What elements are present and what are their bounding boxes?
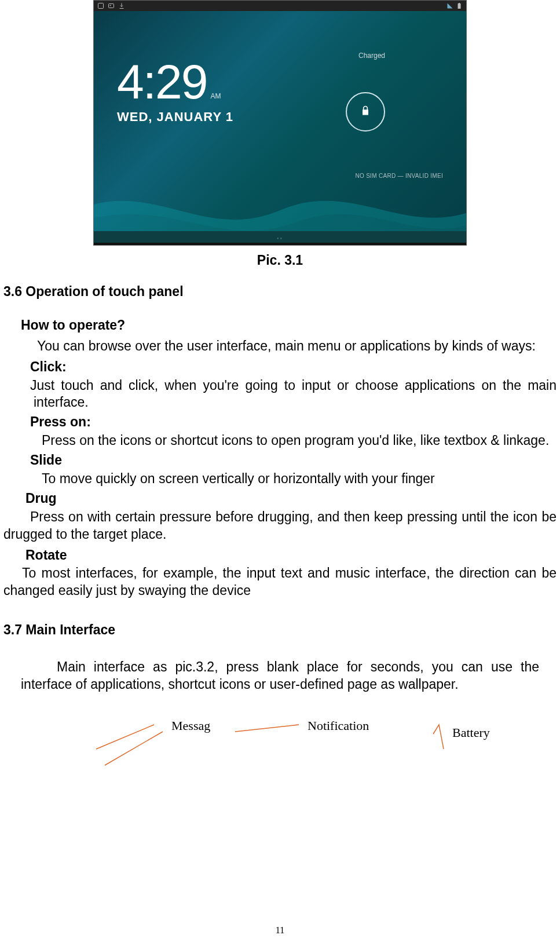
svg-rect-4 — [459, 3, 460, 3]
svg-line-7 — [235, 725, 299, 732]
click-body: Just touch and click, when you're going … — [30, 377, 557, 412]
section-3-7-body: Main interface as pic.3.2, press blank p… — [21, 659, 539, 693]
slide-heading: Slide — [30, 452, 557, 469]
image-icon — [108, 2, 115, 9]
tablet-statusbar — [94, 1, 466, 11]
svg-line-5 — [96, 725, 154, 749]
clock-time: 4:29 — [117, 57, 207, 106]
rotate-heading: Rotate — [25, 547, 557, 564]
callout-battery: Battery — [452, 725, 490, 742]
slide-body: To move quickly on screen vertically or … — [42, 470, 557, 488]
screenshot-icon — [97, 2, 104, 9]
callout-notification: Notification — [308, 718, 369, 735]
download-icon — [118, 2, 125, 9]
signal-icon — [446, 2, 453, 9]
sim-status-label: NO SIM CARD — INVALID IMEI — [355, 173, 443, 179]
tablet-lockscreen: 4:29 AM WED, JANUARY 1 Charged NO SIM CA… — [94, 11, 466, 231]
lock-button[interactable] — [346, 92, 385, 132]
section-3-6-heading: 3.6 Operation of touch panel — [3, 283, 557, 301]
intro-paragraph: You can browse over the user interface, … — [3, 338, 557, 355]
lockscreen-clock: 4:29 AM WED, JANUARY 1 — [117, 57, 233, 125]
presson-heading: Press on: — [30, 414, 557, 431]
tablet-screenshot: 4:29 AM WED, JANUARY 1 Charged NO SIM CA… — [93, 0, 467, 246]
drug-heading: Drug — [25, 490, 557, 507]
clock-ampm: AM — [211, 93, 221, 100]
callout-figure: Messag Notification Battery — [3, 707, 557, 777]
svg-rect-3 — [458, 3, 461, 9]
rotate-body: To most interfaces, for example, the inp… — [3, 565, 557, 600]
svg-line-6 — [105, 732, 163, 765]
callout-messag: Messag — [171, 718, 210, 735]
drug-body: Press on with certain pressure before dr… — [3, 509, 557, 543]
howto-heading: How to operate? — [21, 317, 557, 334]
battery-icon — [456, 2, 463, 9]
page-number: 11 — [0, 925, 560, 936]
lock-icon — [360, 104, 371, 120]
svg-rect-1 — [109, 4, 114, 8]
click-heading: Click: — [30, 359, 557, 376]
presson-body: Press on the icons or shortcut icons to … — [42, 432, 557, 450]
charged-label: Charged — [358, 52, 385, 60]
svg-point-2 — [110, 5, 111, 6]
svg-rect-0 — [98, 3, 104, 9]
section-3-7-heading: 3.7 Main Interface — [3, 622, 557, 639]
figure-caption: Pic. 3.1 — [0, 253, 560, 268]
clock-date: WED, JANUARY 1 — [117, 109, 233, 125]
